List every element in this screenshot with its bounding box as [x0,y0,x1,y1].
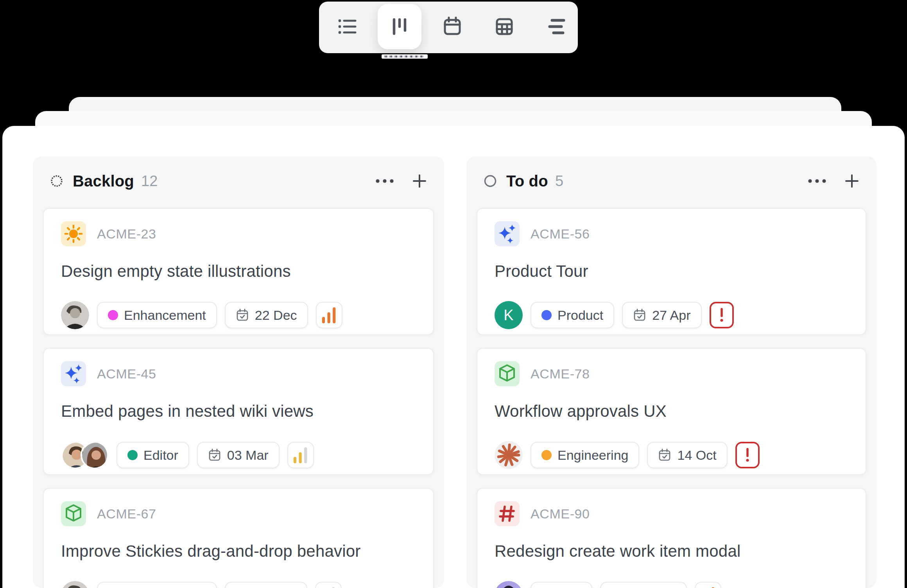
column-count: 12 [141,173,158,190]
ellipsis-icon[interactable] [808,179,826,183]
priority-bars-icon[interactable] [695,582,721,588]
sparkles-icon [61,361,86,386]
label-text: Enhancement [124,308,206,323]
task-title: Workflow approvals UX [495,402,848,421]
label-dot [108,310,118,320]
column-title: Backlog [73,172,134,190]
task-title: Design empty state illustrations [61,262,416,281]
sun-icon [61,221,86,246]
cube-icon [61,501,86,526]
assignee-avatars[interactable] [61,441,109,469]
due-date-text: 03 Mar [227,448,269,463]
starburst-logo-avatar[interactable] [495,441,523,469]
calendar-check-icon [633,308,646,322]
task-card[interactable]: ACME-45 Embed pages in nested wiki views [43,348,434,475]
column-backlog: Backlog 12 [33,156,444,588]
column-count: 5 [555,173,563,190]
due-date-pill[interactable]: 30 Sept [600,582,687,588]
task-id: ACME-45 [97,366,156,382]
label-text: Product [557,308,603,323]
label-text: Editor [143,448,178,463]
priority-bars-icon[interactable] [315,582,342,588]
column-title: To do [506,172,548,190]
due-date-pill[interactable]: 27 Apr [622,302,701,328]
app-screenshot: Backlog 12 [0,0,907,588]
task-card[interactable]: ACME-67 Improve Stickies drag-and-drop b… [43,488,434,588]
due-date-pill[interactable]: 03 Mar [197,442,280,468]
urgent-priority-icon[interactable] [710,302,734,328]
task-title: Redesign create work item modal [495,542,848,561]
label-pill[interactable]: Editor [117,442,189,468]
task-card[interactable]: ACME-23 Design empty state illustrations… [43,208,434,335]
label-pill[interactable]: Bug [531,582,592,588]
task-id: ACME-67 [97,506,156,522]
view-switcher-toolbar [319,2,578,53]
ellipsis-icon[interactable] [375,179,394,183]
task-card[interactable]: ACME-56 Product Tour K Product 27 Apr [477,208,866,335]
assignee-avatar[interactable]: K [495,301,523,329]
label-dot [541,310,552,320]
cube-icon [495,361,520,386]
due-date-text: 14 Oct [677,448,716,463]
calendar-check-icon [236,308,249,322]
backlog-dashed-circle-icon [50,174,63,188]
label-pill[interactable]: Enhancement [97,302,217,328]
due-date-pill[interactable]: 18 Aug [225,582,307,588]
column-header: To do 5 [466,156,877,192]
sparkles-icon [495,221,520,246]
assignee-avatar [81,441,109,469]
priority-bars-icon[interactable] [316,302,342,328]
assignee-avatar[interactable] [61,301,89,329]
task-title: Product Tour [495,262,848,281]
task-id: ACME-23 [97,226,156,242]
task-id: ACME-56 [531,226,590,242]
board-view-tooltip [382,54,428,59]
assignee-avatar[interactable] [495,581,523,588]
calendar-check-icon [208,448,221,462]
label-text: Engineering [557,448,628,463]
task-card[interactable]: ACME-78 Workflow approvals UX [477,348,866,475]
column-todo: To do 5 [466,156,877,588]
table-icon[interactable] [493,16,515,38]
task-title: Embed pages in nested wiki views [61,402,416,421]
task-id: ACME-78 [531,366,590,382]
due-date-pill[interactable]: 14 Oct [647,442,727,468]
task-title: Improve Stickies drag-and-drop behavior [61,542,416,561]
due-date-text: 27 Apr [652,308,690,323]
priority-bars-icon[interactable] [287,442,314,468]
urgent-priority-icon[interactable] [735,442,760,468]
plus-icon[interactable] [844,174,859,188]
board-icon[interactable] [378,4,421,49]
label-pill[interactable]: Product [531,302,614,328]
calendar-icon[interactable] [441,16,463,38]
assignee-avatar[interactable] [61,581,89,588]
label-dot [127,450,138,460]
due-date-pill[interactable]: 22 Dec [225,302,308,328]
calendar-check-icon [658,448,671,462]
label-pill[interactable]: Enhancement [97,582,217,588]
hash-icon [495,501,520,526]
due-date-text: 22 Dec [255,308,297,323]
label-pill[interactable]: Engineering [531,442,639,468]
rows-icon[interactable] [546,16,568,38]
circle-outline-icon [484,174,497,188]
task-card[interactable]: ACME-90 Redesign create work item modal [477,488,866,588]
column-header: Backlog 12 [33,156,444,192]
list-icon[interactable] [337,16,358,38]
plus-icon[interactable] [412,174,427,188]
label-dot [541,450,552,460]
task-id: ACME-90 [531,506,590,522]
